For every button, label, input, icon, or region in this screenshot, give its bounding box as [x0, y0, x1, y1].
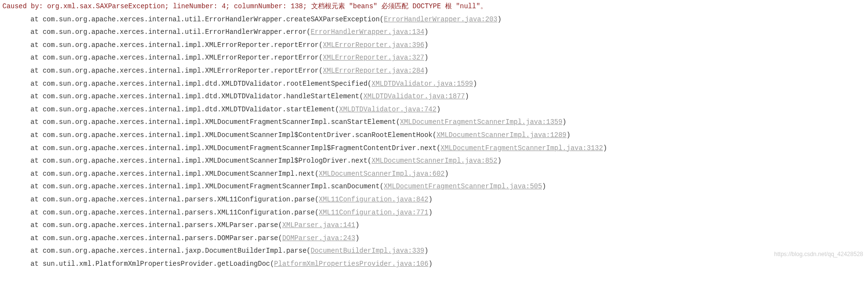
frame-method: com.sun.org.apache.xerces.internal.impl.… — [43, 131, 433, 139]
frame-source-link[interactable]: XMLDocumentFragmentScannerImpl.java:3132 — [441, 144, 603, 152]
frame-at-keyword: at — [2, 131, 43, 139]
frame-method: com.sun.org.apache.xerces.internal.parse… — [43, 209, 315, 216]
stack-frame: at com.sun.org.apache.xerces.internal.pa… — [0, 219, 868, 232]
frame-at-keyword: at — [2, 221, 43, 229]
stack-frame: at com.sun.org.apache.xerces.internal.im… — [0, 51, 868, 64]
frame-source-link[interactable]: XMLErrorReporter.java:396 — [323, 41, 424, 49]
frame-source-link[interactable]: XMLErrorReporter.java:284 — [323, 67, 424, 75]
frame-method: com.sun.org.apache.xerces.internal.impl.… — [43, 144, 436, 152]
frame-source-link[interactable]: XMLDocumentFragmentScannerImpl.java:505 — [384, 183, 542, 190]
stack-frame: at com.sun.org.apache.xerces.internal.pa… — [0, 193, 868, 206]
frame-source-link[interactable]: XMLDTDValidator.java:1599 — [372, 80, 473, 88]
stack-frame: at com.sun.org.apache.xerces.internal.pa… — [0, 206, 868, 219]
frame-at-keyword: at — [2, 15, 43, 23]
stack-frame: at com.sun.org.apache.xerces.internal.im… — [0, 103, 868, 116]
frame-method: com.sun.org.apache.xerces.internal.impl.… — [43, 183, 379, 190]
frame-method: com.sun.org.apache.xerces.internal.parse… — [43, 234, 278, 242]
frame-method: sun.util.xml.PlatformXmlPropertiesProvid… — [43, 260, 270, 268]
stack-frame: at com.sun.org.apache.xerces.internal.pa… — [0, 232, 868, 245]
stack-frame: at sun.util.xml.PlatformXmlPropertiesPro… — [0, 258, 868, 271]
stack-frame: at com.sun.org.apache.xerces.internal.im… — [0, 77, 868, 91]
frame-source-link[interactable]: XML11Configuration.java:842 — [319, 196, 429, 203]
frame-method: com.sun.org.apache.xerces.internal.impl.… — [43, 54, 318, 61]
frame-source-link[interactable]: XMLDTDValidator.java:1877 — [363, 92, 465, 100]
stack-frame: at com.sun.org.apache.xerces.internal.ut… — [0, 13, 868, 26]
frame-method: com.sun.org.apache.xerces.internal.impl.… — [43, 41, 318, 49]
frame-method: com.sun.org.apache.xerces.internal.util.… — [43, 28, 306, 36]
frame-source-link[interactable]: XML11Configuration.java:771 — [319, 209, 429, 216]
frame-method: com.sun.org.apache.xerces.internal.impl.… — [43, 80, 367, 88]
frame-at-keyword: at — [2, 209, 43, 216]
frame-at-keyword: at — [2, 183, 43, 190]
stack-frame: at com.sun.org.apache.xerces.internal.ja… — [0, 244, 868, 258]
frame-method: com.sun.org.apache.xerces.internal.impl.… — [43, 92, 359, 100]
frame-source-link[interactable]: DOMParser.java:243 — [282, 234, 355, 242]
frame-at-keyword: at — [2, 247, 43, 255]
frame-method: com.sun.org.apache.xerces.internal.util.… — [43, 15, 379, 23]
frame-source-link[interactable]: XMLParser.java:141 — [282, 221, 355, 229]
frame-at-keyword: at — [2, 170, 43, 178]
stack-frame: at com.sun.org.apache.xerces.internal.im… — [0, 64, 868, 77]
frame-source-link[interactable]: ErrorHandlerWrapper.java:134 — [311, 28, 424, 36]
frame-at-keyword: at — [2, 118, 43, 126]
frame-at-keyword: at — [2, 92, 43, 100]
frame-method: com.sun.org.apache.xerces.internal.jaxp.… — [43, 247, 306, 255]
stack-frame: at com.sun.org.apache.xerces.internal.im… — [0, 167, 868, 181]
frame-method: com.sun.org.apache.xerces.internal.impl.… — [43, 170, 315, 178]
stack-frame: at com.sun.org.apache.xerces.internal.im… — [0, 39, 868, 52]
watermark-text: https://blog.csdn.net/qq_42428528 — [774, 249, 863, 260]
frame-method: com.sun.org.apache.xerces.internal.impl.… — [43, 118, 396, 126]
stack-frame: at com.sun.org.apache.xerces.internal.im… — [0, 116, 868, 129]
exception-caused-by: Caused by: org.xml.sax.SAXParseException… — [0, 0, 868, 13]
frame-source-link[interactable]: XMLDocumentScannerImpl.java:852 — [372, 157, 497, 165]
frame-at-keyword: at — [2, 28, 43, 36]
frame-at-keyword: at — [2, 41, 43, 49]
frame-source-link[interactable]: ErrorHandlerWrapper.java:203 — [384, 15, 497, 23]
frame-at-keyword: at — [2, 196, 43, 203]
frame-at-keyword: at — [2, 80, 43, 88]
frame-source-link[interactable]: XMLDocumentFragmentScannerImpl.java:1359 — [400, 118, 563, 126]
frame-at-keyword: at — [2, 260, 43, 268]
stack-frames: at com.sun.org.apache.xerces.internal.ut… — [0, 13, 868, 271]
frame-at-keyword: at — [2, 157, 43, 165]
frame-at-keyword: at — [2, 67, 43, 75]
frame-source-link[interactable]: XMLDocumentScannerImpl.java:1289 — [436, 131, 566, 139]
frame-method: com.sun.org.apache.xerces.internal.parse… — [43, 196, 315, 203]
frame-method: com.sun.org.apache.xerces.internal.impl.… — [43, 106, 335, 113]
frame-source-link[interactable]: XMLDTDValidator.java:742 — [339, 106, 437, 113]
stack-frame: at com.sun.org.apache.xerces.internal.im… — [0, 154, 868, 167]
frame-source-link[interactable]: PlatformXmlPropertiesProvider.java:106 — [274, 260, 428, 268]
frame-at-keyword: at — [2, 106, 43, 113]
frame-source-link[interactable]: XMLDocumentScannerImpl.java:602 — [319, 170, 445, 178]
frame-method: com.sun.org.apache.xerces.internal.parse… — [43, 221, 278, 229]
stack-frame: at com.sun.org.apache.xerces.internal.im… — [0, 180, 868, 193]
frame-method: com.sun.org.apache.xerces.internal.impl.… — [43, 67, 318, 75]
frame-at-keyword: at — [2, 144, 43, 152]
stack-frame: at com.sun.org.apache.xerces.internal.im… — [0, 142, 868, 155]
frame-source-link[interactable]: DocumentBuilderImpl.java:339 — [311, 247, 424, 255]
stack-frame: at com.sun.org.apache.xerces.internal.ut… — [0, 26, 868, 39]
frame-at-keyword: at — [2, 234, 43, 242]
stack-frame: at com.sun.org.apache.xerces.internal.im… — [0, 90, 868, 103]
stack-frame: at com.sun.org.apache.xerces.internal.im… — [0, 129, 868, 142]
frame-method: com.sun.org.apache.xerces.internal.impl.… — [43, 157, 367, 165]
frame-at-keyword: at — [2, 54, 43, 61]
frame-source-link[interactable]: XMLErrorReporter.java:327 — [323, 54, 424, 61]
